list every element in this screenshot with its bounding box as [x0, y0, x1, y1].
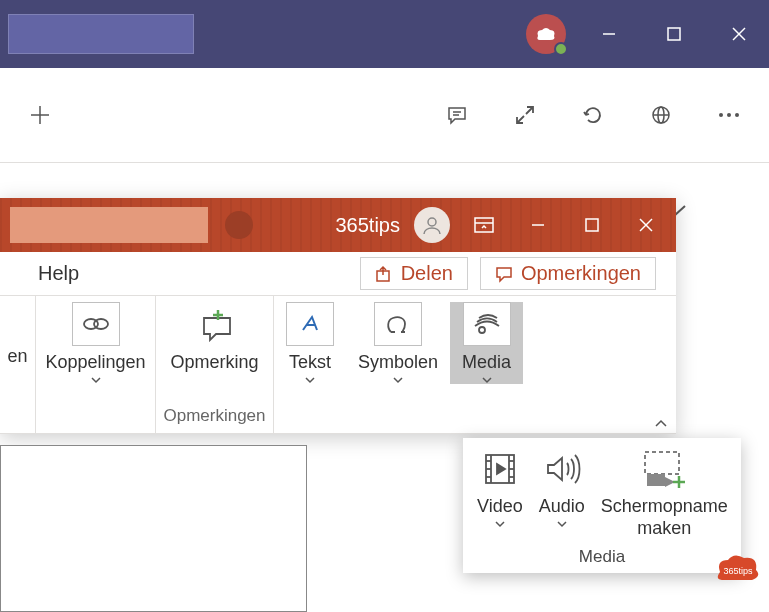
screen-recording-button[interactable]: Schermopname maken: [593, 446, 736, 539]
text-icon: [286, 302, 334, 346]
link-icon: [72, 302, 120, 346]
expand-icon[interactable]: [503, 93, 547, 137]
chat-icon[interactable]: [435, 93, 479, 137]
ppt-title-field[interactable]: [10, 207, 208, 243]
chevron-down-icon: [481, 376, 493, 384]
comment-icon: [194, 302, 236, 346]
media-dropdown: Video Audio Schermopname maken Media: [463, 438, 741, 573]
minimize-button[interactable]: [586, 12, 631, 57]
ppt-maximize-button[interactable]: [572, 205, 612, 245]
ribbon-group-partial: en: [0, 296, 36, 433]
media-button[interactable]: Media: [450, 302, 523, 384]
user-avatar[interactable]: [526, 14, 566, 54]
teams-titlebar: [0, 0, 769, 68]
help-tab[interactable]: Help: [38, 262, 79, 285]
svg-rect-18: [586, 219, 598, 231]
comments-label: Opmerkingen: [521, 262, 641, 285]
video-icon: [480, 446, 520, 492]
symbols-icon: [374, 302, 422, 346]
svg-point-13: [735, 113, 739, 117]
365tips-badge: 365tips: [710, 548, 766, 588]
video-button[interactable]: Video: [469, 446, 531, 539]
svg-point-23: [94, 319, 108, 329]
svg-point-14: [428, 218, 436, 226]
ribbon-group-comments: Opmerking Opmerkingen: [156, 296, 274, 433]
globe-icon[interactable]: [639, 93, 683, 137]
add-tab-button[interactable]: [18, 93, 62, 137]
chevron-down-icon: [304, 376, 316, 384]
presence-indicator: [554, 42, 568, 56]
ppt-ribbon: en Koppelingen Opmerking Opmerkingen: [0, 296, 676, 434]
maximize-button[interactable]: [651, 12, 696, 57]
chevron-down-icon: [90, 376, 102, 384]
ppt-menubar: Help Delen Opmerkingen: [0, 252, 676, 296]
refresh-icon[interactable]: [571, 93, 615, 137]
ribbon-group-text: Tekst Symbolen Media: [274, 296, 523, 433]
links-button[interactable]: Koppelingen: [33, 302, 157, 384]
teams-search-input[interactable]: [8, 14, 194, 54]
more-icon[interactable]: [707, 93, 751, 137]
svg-text:365tips: 365tips: [723, 566, 753, 576]
comment-button[interactable]: Opmerking: [158, 302, 270, 374]
svg-point-11: [719, 113, 723, 117]
collapse-ribbon-icon[interactable]: [654, 419, 668, 429]
screen-recording-icon: [639, 446, 689, 492]
svg-rect-36: [645, 452, 679, 474]
ppt-minimize-button[interactable]: [518, 205, 558, 245]
chevron-down-icon: [494, 520, 506, 528]
text-button[interactable]: Tekst: [274, 302, 346, 384]
ppt-titlebar: 365tips: [0, 198, 676, 252]
comments-button[interactable]: Opmerkingen: [480, 257, 656, 290]
dropdown-footer: Media: [463, 539, 741, 573]
chevron-down-icon: [556, 520, 568, 528]
ppt-username: 365tips: [336, 214, 401, 237]
audio-icon: [542, 446, 582, 492]
share-button[interactable]: Delen: [360, 257, 468, 290]
audio-button[interactable]: Audio: [531, 446, 593, 539]
svg-rect-37: [647, 474, 665, 486]
chevron-down-icon: [392, 376, 404, 384]
close-button[interactable]: [716, 12, 761, 57]
share-label: Delen: [401, 262, 453, 285]
svg-point-26: [479, 327, 485, 333]
ppt-title-decoration: [225, 211, 253, 239]
ppt-user-avatar[interactable]: [414, 207, 450, 243]
teams-toolbar: [0, 68, 769, 163]
symbols-button[interactable]: Symbolen: [346, 302, 450, 384]
svg-rect-1: [668, 28, 680, 40]
group-label-comments: Opmerkingen: [163, 403, 265, 429]
slide-canvas[interactable]: [0, 445, 307, 612]
ribbon-display-icon[interactable]: [464, 205, 504, 245]
ribbon-group-links: Koppelingen: [36, 296, 156, 433]
media-icon: [463, 302, 511, 346]
ppt-close-button[interactable]: [626, 205, 666, 245]
svg-point-12: [727, 113, 731, 117]
powerpoint-window: 365tips Help Delen: [0, 198, 676, 434]
